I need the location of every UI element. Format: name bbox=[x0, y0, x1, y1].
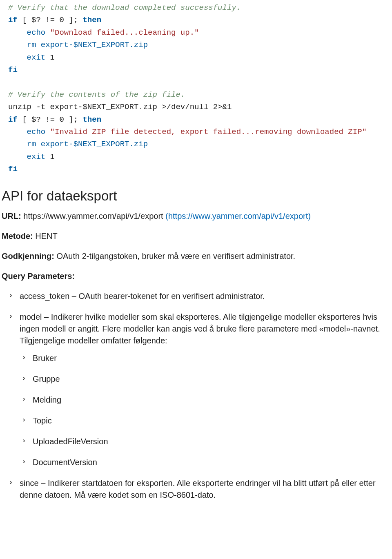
auth-row: Godkjenning: OAuth 2-tilgangstoken, bruk… bbox=[2, 250, 391, 262]
code-keyword: fi bbox=[8, 165, 18, 174]
code-builtin: echo bbox=[27, 127, 46, 136]
query-params-label: Query Parameters: bbox=[2, 272, 75, 281]
code-indent bbox=[8, 40, 27, 49]
models-list: Bruker Gruppe Melding Topic UploadedFile… bbox=[20, 352, 383, 468]
code-builtin: echo bbox=[27, 28, 46, 37]
code-keyword: then bbox=[82, 115, 101, 124]
auth-label: Godkjenning: bbox=[2, 252, 54, 261]
query-params-label-row: Query Parameters: bbox=[2, 270, 391, 282]
code-text: [ $? != 0 ]; bbox=[18, 16, 83, 24]
code-builtin: rm bbox=[27, 140, 36, 149]
code-indent bbox=[8, 28, 27, 37]
code-indent bbox=[8, 127, 27, 136]
content-section: API for dataeksport URL: https://www.yam… bbox=[0, 178, 392, 512]
method-label: Metode: bbox=[2, 232, 33, 241]
code-builtin: exit bbox=[27, 53, 46, 62]
param-access-token: access_token – OAuth bearer-tokenet for … bbox=[20, 290, 383, 302]
model-item-topic: Topic bbox=[33, 415, 383, 427]
code-keyword: fi bbox=[8, 65, 18, 74]
param-model-text: model – Indikerer hvilke modeller som sk… bbox=[20, 312, 380, 345]
model-item-documentversion: DocumentVersion bbox=[33, 457, 383, 468]
code-text: 1 bbox=[45, 53, 55, 62]
model-item-uploadedfileversion: UploadedFileVersion bbox=[33, 436, 383, 448]
code-text: unzip -t export-$NEXT_EXPORT.zip >/dev/n… bbox=[8, 102, 232, 111]
code-keyword: then bbox=[82, 16, 101, 24]
code-keyword: if bbox=[8, 115, 18, 124]
code-builtin: exit bbox=[27, 152, 46, 161]
code-text: export-$NEXT_EXPORT.zip bbox=[36, 140, 148, 149]
model-item-gruppe: Gruppe bbox=[33, 373, 383, 385]
method-value: HENT bbox=[33, 232, 58, 241]
url-value: https://www.yammer.com/api/v1/export bbox=[21, 212, 165, 220]
section-title: API for dataeksport bbox=[2, 188, 391, 204]
model-item-bruker: Bruker bbox=[33, 352, 383, 364]
url-row: URL: https://www.yammer.com/api/v1/expor… bbox=[2, 210, 391, 222]
code-block: # Verify that the download completed suc… bbox=[0, 0, 392, 178]
code-string: "Invalid ZIP file detected, export faile… bbox=[45, 127, 367, 136]
code-builtin: rm bbox=[27, 40, 36, 49]
param-since: since – Indikerer startdatoen for ekspor… bbox=[20, 477, 383, 501]
code-comment: # Verify that the download completed suc… bbox=[8, 3, 241, 12]
model-item-melding: Melding bbox=[33, 394, 383, 406]
query-params-list: access_token – OAuth bearer-tokenet for … bbox=[2, 290, 391, 501]
code-indent bbox=[8, 140, 27, 149]
method-row: Metode: HENT bbox=[2, 230, 391, 242]
code-text: export-$NEXT_EXPORT.zip bbox=[36, 40, 148, 49]
param-model: model – Indikerer hvilke modeller som sk… bbox=[20, 311, 383, 468]
auth-value: OAuth 2-tilgangstoken, bruker må være en… bbox=[54, 252, 295, 261]
code-comment: # Verify the contents of the zip file. bbox=[8, 90, 185, 99]
code-text: 1 bbox=[45, 152, 55, 161]
url-link[interactable]: (https://www.yammer.com/api/v1/export) bbox=[165, 212, 311, 220]
code-indent bbox=[8, 53, 27, 62]
code-text: [ $? != 0 ]; bbox=[18, 115, 83, 124]
code-string: "Download failed...cleaning up." bbox=[45, 28, 199, 37]
code-keyword: if bbox=[8, 16, 18, 24]
code-indent bbox=[8, 152, 27, 161]
url-label: URL: bbox=[2, 212, 21, 220]
